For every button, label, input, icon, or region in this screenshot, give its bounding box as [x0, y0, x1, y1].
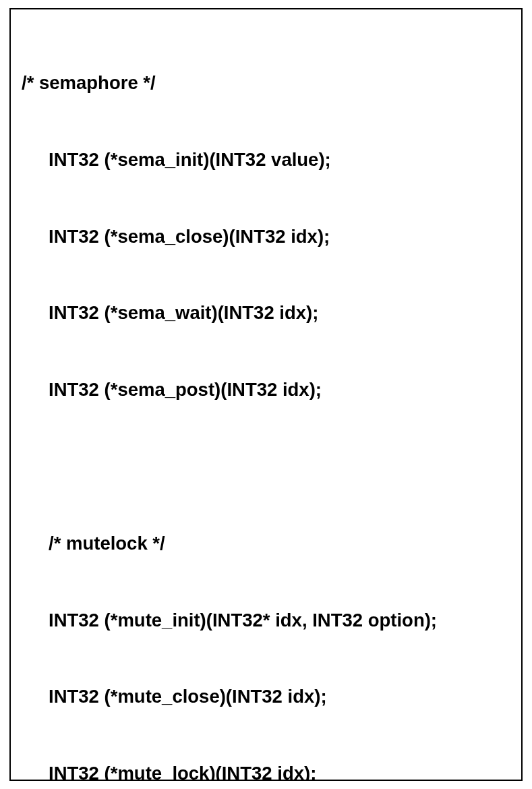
code-block: /* semaphore */ INT32 (*sema_init)(INT32… [9, 8, 523, 781]
code-line: INT32 (*mute_close)(INT32 idx); [19, 684, 508, 709]
page: /* semaphore */ INT32 (*sema_init)(INT32… [0, 0, 532, 789]
code-line: INT32 (*mute_lock)(INT32 idx); [19, 761, 508, 781]
code-line: INT32 (*sema_post)(INT32 idx); [19, 377, 508, 403]
code-line: /* semaphore */ [19, 70, 508, 96]
code-line: INT32 (*sema_close)(INT32 idx); [19, 224, 508, 250]
code-line: INT32 (*sema_wait)(INT32 idx); [19, 300, 508, 326]
code-comment: /* mutelock */ [19, 531, 508, 556]
code-line: INT32 (*sema_init)(INT32 value); [19, 147, 508, 173]
code-line: INT32 (*mute_init)(INT32* idx, INT32 opt… [19, 608, 508, 633]
blank-line [19, 454, 508, 479]
